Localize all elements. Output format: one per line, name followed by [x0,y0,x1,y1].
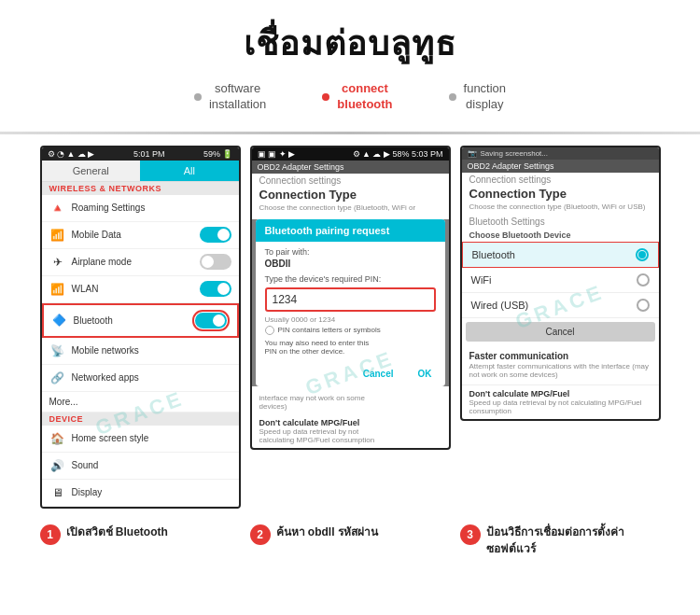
sound-label: Sound [72,460,99,470]
bluetooth-row[interactable]: 🔷 Bluetooth [42,303,239,338]
pin-checkbox[interactable] [265,326,274,335]
step-3-dot [449,93,456,101]
airplane-toggle[interactable] [200,254,231,270]
pin-input[interactable]: 1234 [265,287,436,312]
step-circle-1: 1 [40,524,61,545]
step-desc-3: ป้อนวิธีการเชื่อมต่อการตั้งค่าซอฟต์แวร์ [486,524,661,557]
airplane-icon: ✈ [49,254,66,271]
airplane-label: Airplane mode [72,257,132,267]
pairing-title: Bluetooth pairing request [256,219,445,242]
homescreen-row[interactable]: 🏠 Home screen style [42,426,239,453]
wlan-row[interactable]: 📶 WLAN [42,276,239,303]
networkedapps-icon: 🔗 [49,370,66,386]
roaming-row[interactable]: 🔺 Roaming Settings [42,195,239,222]
sound-row[interactable]: 🔊 Sound [42,453,239,480]
step-desc-1: เปิดสวิตช์ Bluetooth [66,524,168,540]
step-2: connectbluetooth [294,81,420,113]
mobilenetworks-row[interactable]: 📡 Mobile networks [42,338,239,365]
mobilenetworks-label: Mobile networks [72,345,139,356]
screen1-time: 5:01 PM [133,149,165,159]
bt-label-wifi: WiFi [471,274,492,286]
bluetooth-toggle[interactable] [195,313,227,328]
screen2-dialog-overlay: Bluetooth pairing request To pair with: … [252,219,449,386]
steps-nav: softwareinstallation connectbluetooth fu… [0,81,700,113]
tab-general[interactable]: General [42,161,141,181]
screen3: 📷 Saving screenshot... OBD2 Adapter Sett… [460,146,661,421]
step-2-label: connectbluetooth [337,81,392,113]
roaming-icon: 🔺 [49,200,66,217]
screen1: ⚙ ◔ ▲ ☁ ▶ 5:01 PM 59% 🔋 General All WIRE… [40,146,241,509]
networkedapps-row[interactable]: 🔗 Networked apps [42,365,239,392]
choose-bt-label: Choose Bluetooth Device [462,229,659,242]
radio-wired [637,299,650,312]
mobiledata-label: Mobile Data [72,230,121,240]
device-section: DEVICE [42,412,239,426]
bt-option-wired[interactable]: Wired (USB) [462,293,659,318]
homescreen-label: Home screen style [72,433,149,443]
screen2-right-icons: ⚙ ▲ ☁ ▶ 58% 5:03 PM [353,149,443,159]
bottom-label-3: 3 ป้อนวิธีการเชื่อมต่อการตั้งค่าซอฟต์แวร… [460,524,661,557]
pairing-dialog: Bluetooth pairing request To pair with: … [256,219,445,386]
display-row[interactable]: 🖥 Display [42,480,239,507]
bt-option-wifi[interactable]: WiFi [462,268,659,293]
screen3-conn-settings: Connection settings [462,173,659,187]
pairing-note: You may also need to enter thisPIN on th… [265,339,436,356]
sound-icon: 🔊 [49,457,66,474]
step-1: softwareinstallation [166,81,294,113]
pin-hint: Usually 0000 or 1234 [265,315,436,324]
step-circle-3: 3 [460,524,481,545]
screen2-obd-header: OBD2 Adapter Settings [252,161,449,174]
step-2-dot [322,93,329,101]
cancel-button[interactable]: Cancel [356,367,401,381]
screen3-obd-header: OBD2 Adapter Settings [462,160,659,173]
airplane-row[interactable]: ✈ Airplane mode [42,249,239,276]
networkedapps-label: Networked apps [72,372,139,383]
step-1-dot [194,93,202,101]
ok-button[interactable]: OK [411,367,440,381]
screen2-conn-type: Connection Type [252,188,449,203]
screen3-bt-settings: Bluetooth Settings [462,215,659,229]
bluetooth-label: Bluetooth [74,315,113,326]
screen3-dont-calc: Don't calculate MPG/Fuel Speed up data r… [462,385,659,419]
screen1-icons: ⚙ ◔ ▲ ☁ ▶ [48,149,95,159]
to-pair-label: To pair with: [265,247,436,257]
homescreen-icon: 🏠 [49,430,66,447]
screen3-conn-type: Connection Type [462,187,659,203]
pin-checkbox-label: PIN contains letters or symbols [278,326,381,334]
screen2: ▣ ▣ ✦ ▶ ⚙ ▲ ☁ ▶ 58% 5:03 PM OBD2 Adapter… [250,146,451,450]
pin-label: Type the device's required PIN: [265,274,436,284]
bottom-label-1: 1 เปิดสวิตช์ Bluetooth [40,524,241,545]
bluetooth-toggle-wrapper [192,310,230,331]
display-icon: 🖥 [49,484,66,501]
mobiledata-toggle[interactable] [200,227,231,243]
mobiledata-icon: 📶 [49,227,66,244]
step-3: functiondisplay [421,81,535,113]
screen2-dont-calc: Don't calculate MPG/Fuel Speed up data r… [252,414,449,448]
screen2-conn-sub: Choose the connection type (Bluetooth, W… [252,203,449,216]
display-label: Display [72,487,103,497]
divider [0,132,700,134]
more-label: More... [49,397,78,407]
wlan-toggle[interactable] [200,281,231,297]
screen1-statusbar: ⚙ ◔ ▲ ☁ ▶ 5:01 PM 59% 🔋 [42,147,239,161]
saving-bar: 📷 Saving screenshot... [462,147,659,160]
page-title: เชื่อมต่อบลูทูธ [0,17,700,70]
wireless-section: WIRELESS & NETWORKS [42,182,239,195]
bottom-label-2: 2 ค้นหา obdll รหัสผ่าน [250,524,451,545]
step-3-label: functiondisplay [464,81,507,113]
screen2-bottom-note: interface may not work on somedevices) [252,390,449,414]
mobilenetworks-icon: 📡 [49,342,66,359]
page-wrapper: เชื่อมต่อบลูทูธ softwareinstallation con… [0,0,700,565]
bt-option-bluetooth[interactable]: Bluetooth [462,242,659,268]
more-row[interactable]: More... [42,392,239,412]
screen1-battery: 59% 🔋 [203,149,233,159]
screenshots-row: ⚙ ◔ ▲ ☁ ▶ 5:01 PM 59% 🔋 General All WIRE… [0,146,700,509]
radio-bluetooth [636,248,649,261]
bt-label-bluetooth: Bluetooth [472,249,515,260]
step-circle-2: 2 [250,524,271,545]
mobiledata-row[interactable]: 📶 Mobile Data [42,222,239,249]
screen1-tabs: General All [42,161,239,182]
tab-all[interactable]: All [140,161,239,181]
cancel-btn[interactable]: Cancel [466,322,655,342]
wlan-label: WLAN [72,284,99,294]
